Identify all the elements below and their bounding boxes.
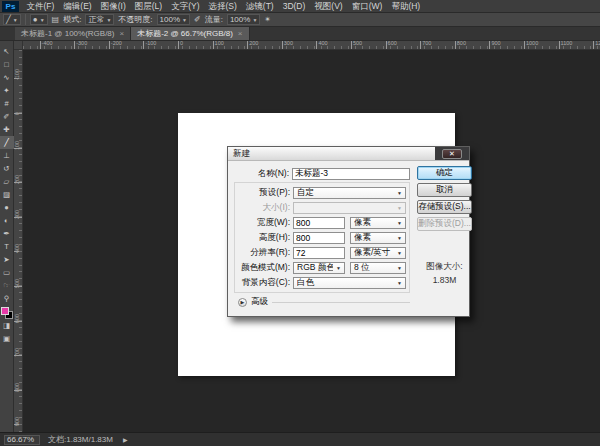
screen-mode-button[interactable]: ▣ xyxy=(0,332,14,345)
zoom-level-field[interactable]: 66.67% xyxy=(4,435,40,445)
color-mode-dropdown[interactable]: RGB 颜色 ▼ xyxy=(293,262,345,274)
toggle-brush-panel-icon[interactable]: ▤ xyxy=(52,15,60,24)
history-brush-tool[interactable]: ↺ xyxy=(0,162,14,175)
chevron-down-icon: ▼ xyxy=(397,250,402,256)
width-input[interactable] xyxy=(293,217,345,229)
menu-item-8[interactable]: 3D(D) xyxy=(278,0,310,12)
preset-dropdown[interactable]: 自定 ▼ xyxy=(293,187,406,199)
opacity-label: 不透明度: xyxy=(118,14,152,25)
brush-preset-picker[interactable]: ● ▼ xyxy=(30,14,48,25)
ok-button[interactable]: 确定 xyxy=(417,166,472,180)
save-preset-button[interactable]: 存储预设(S)... xyxy=(417,200,472,214)
ruler-tick-label: 1000 xyxy=(526,41,538,46)
lasso-tool[interactable]: ∿ xyxy=(0,71,14,84)
hand-tool[interactable]: ☞ xyxy=(0,279,14,292)
preset-label: 预设(P): xyxy=(235,187,293,199)
menu-item-4[interactable]: 图层(L) xyxy=(130,0,166,12)
airbrush-icon[interactable]: ✴ xyxy=(264,15,271,24)
flow-dropdown[interactable]: 100% ▼ xyxy=(227,14,260,25)
height-unit-dropdown[interactable]: 像素 ▼ xyxy=(350,232,406,244)
status-popup-arrow-icon[interactable]: ▶ xyxy=(123,436,128,443)
tool-preset-picker[interactable]: ╱ ▼ xyxy=(3,14,21,25)
color-mode-row: 颜色模式(M): RGB 颜色 ▼ 8 位 ▼ xyxy=(235,260,406,275)
tools-panel: ↖□∿✦#✐✚╱⊥↺▱▨●◐✒T➤▭☞⚲◨▣ xyxy=(0,41,14,432)
ruler-tick-label: 1200 xyxy=(595,41,600,46)
flow-label: 流量: xyxy=(205,14,223,25)
height-input[interactable] xyxy=(293,232,345,244)
menu-item-5[interactable]: 文字(Y) xyxy=(167,0,204,12)
ruler-tick-label: -100 xyxy=(14,69,20,80)
zoom-tool[interactable]: ⚲ xyxy=(0,292,14,305)
ruler-corner xyxy=(14,41,23,50)
gradient-tool[interactable]: ▨ xyxy=(0,188,14,201)
height-row: 高度(H): 像素 ▼ xyxy=(235,230,406,245)
menu-item-10[interactable]: 窗口(W) xyxy=(347,0,387,12)
path-selection-tool[interactable]: ➤ xyxy=(0,253,14,266)
background-value: 白色 xyxy=(297,277,394,289)
ruler-tick-label: 400 xyxy=(14,244,20,253)
ruler-tick xyxy=(143,41,144,49)
quick-selection-tool[interactable]: ✦ xyxy=(0,84,14,97)
pen-pressure-opacity-icon[interactable]: ✐ xyxy=(194,15,201,24)
document-tab-bar: 未标题-1 @ 100%(RGB/8)×未标题-2 @ 66.7%(RGB/8)… xyxy=(0,27,600,41)
blur-tool[interactable]: ● xyxy=(0,201,14,214)
menu-item-6[interactable]: 选择(S) xyxy=(204,0,241,12)
clone-stamp-tool[interactable]: ⊥ xyxy=(0,149,14,162)
eraser-tool[interactable]: ▱ xyxy=(0,175,14,188)
ruler-tick xyxy=(247,41,248,49)
menu-item-9[interactable]: 视图(V) xyxy=(310,0,347,12)
menu-item-11[interactable]: 帮助(H) xyxy=(387,0,425,12)
cancel-button[interactable]: 取消 xyxy=(417,183,472,197)
document-tab-2[interactable]: 未标题-2 @ 66.7%(RGB/8)× xyxy=(131,27,249,40)
tab-close-icon[interactable]: × xyxy=(238,29,243,38)
blend-mode-dropdown[interactable]: 正常 ▼ xyxy=(85,14,114,25)
eyedropper-tool[interactable]: ✐ xyxy=(0,110,14,123)
chevron-down-icon: ▼ xyxy=(397,280,402,286)
background-row: 背景内容(C): 白色 ▼ xyxy=(235,275,406,290)
document-info: 文档:1.83M/1.83M xyxy=(48,434,113,445)
pen-tool[interactable]: ✒ xyxy=(0,227,14,240)
brush-tool-icon: ╱ xyxy=(6,15,11,24)
ruler-tick-label: 300 xyxy=(14,210,20,219)
close-icon[interactable]: ✕ xyxy=(442,149,462,159)
opacity-dropdown[interactable]: 100% ▼ xyxy=(157,14,190,25)
color-swatches xyxy=(1,307,13,319)
horizontal-ruler[interactable]: -400-300-200-100010020030040050060070080… xyxy=(23,41,600,50)
crop-tool[interactable]: # xyxy=(0,97,14,110)
resolution-unit-dropdown[interactable]: 像素/英寸 ▼ xyxy=(350,247,406,259)
flow-value: 100% xyxy=(230,15,250,24)
type-tool[interactable]: T xyxy=(0,240,14,253)
move-tool[interactable]: ↖ xyxy=(0,45,14,58)
ruler-tick xyxy=(351,41,352,49)
menu-item-3[interactable]: 图像(I) xyxy=(96,0,130,12)
background-dropdown[interactable]: 白色 ▼ xyxy=(293,277,406,289)
foreground-color-swatch[interactable] xyxy=(1,307,9,315)
menu-item-2[interactable]: 编辑(E) xyxy=(59,0,96,12)
vertical-ruler[interactable]: -1000100200300400500600700800900 xyxy=(14,50,23,432)
background-label: 背景内容(C): xyxy=(235,277,293,289)
name-input[interactable] xyxy=(292,168,410,180)
height-unit-value: 像素 xyxy=(354,232,394,244)
menu-item-7[interactable]: 滤镜(T) xyxy=(241,0,278,12)
brush-tool[interactable]: ╱ xyxy=(0,136,14,149)
quick-mask-button[interactable]: ◨ xyxy=(0,319,14,332)
name-label: 名称(N): xyxy=(234,168,292,180)
document-tab-1[interactable]: 未标题-1 @ 100%(RGB/8)× xyxy=(15,27,131,40)
ruler-tick-label: 800 xyxy=(14,383,20,392)
shape-tool[interactable]: ▭ xyxy=(0,266,14,279)
advanced-expander-icon[interactable]: ▶ xyxy=(238,298,247,307)
width-unit-dropdown[interactable]: 像素 ▼ xyxy=(350,217,406,229)
resolution-input[interactable] xyxy=(293,247,345,259)
menu-item-1[interactable]: 文件(F) xyxy=(22,0,59,12)
tab-close-icon[interactable]: × xyxy=(119,29,124,38)
dodge-tool[interactable]: ◐ xyxy=(0,214,14,227)
tool-options-bar: ╱ ▼ ● ▼ ▤ 模式: 正常 ▼ 不透明度: 100% ▼ ✐ 流量: 10… xyxy=(0,13,600,27)
width-label: 宽度(W): xyxy=(235,217,293,229)
healing-brush-tool[interactable]: ✚ xyxy=(0,123,14,136)
ruler-tick-label: -100 xyxy=(145,41,156,46)
bit-depth-dropdown[interactable]: 8 位 ▼ xyxy=(350,262,406,274)
marquee-tool[interactable]: □ xyxy=(0,58,14,71)
blend-mode-value: 正常 xyxy=(88,14,104,25)
chevron-down-icon: ▼ xyxy=(397,220,402,226)
dialog-title-bar[interactable]: 新建 ✕ xyxy=(228,147,469,161)
